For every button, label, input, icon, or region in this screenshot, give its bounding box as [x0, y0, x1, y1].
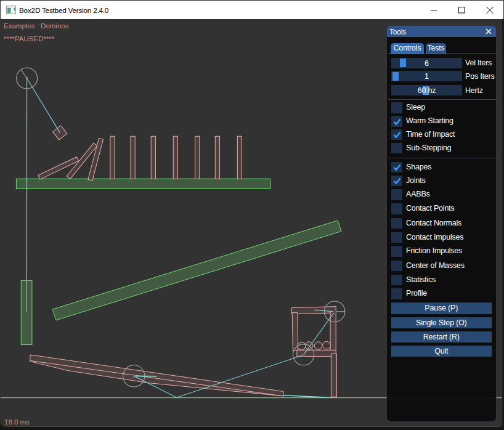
- svg-text:18.0 ms: 18.0 ms: [4, 418, 30, 426]
- svg-text:****PAUSED****: ****PAUSED****: [4, 35, 55, 43]
- svg-text:Examples : Dominos: Examples : Dominos: [4, 22, 69, 30]
